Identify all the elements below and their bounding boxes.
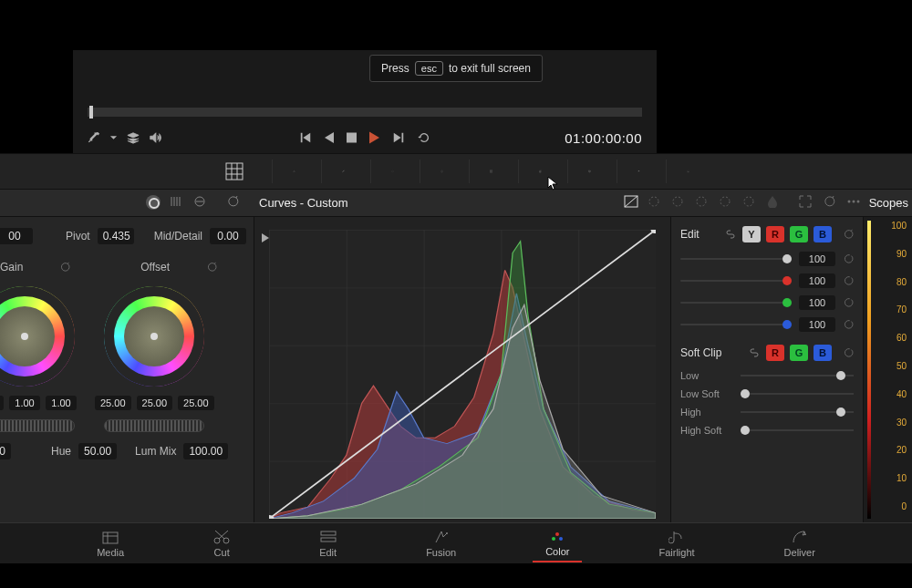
3d-icon[interactable]: 3D: [666, 160, 689, 183]
sat-vs-lum-icon[interactable]: [766, 195, 781, 210]
r-value[interactable]: 100: [799, 273, 835, 288]
stop-icon[interactable]: [347, 131, 357, 144]
reset-r-icon[interactable]: [843, 275, 854, 286]
reset-curves-icon[interactable]: [823, 195, 837, 210]
channel-r-button[interactable]: R: [766, 226, 784, 242]
gain-val-1[interactable]: 1.00: [0, 396, 4, 410]
hue-value[interactable]: 50.00: [78, 443, 117, 459]
sc-channel-r-button[interactable]: R: [766, 345, 784, 361]
y-value[interactable]: 100: [799, 252, 835, 266]
tab-cut[interactable]: Cut: [201, 526, 243, 562]
speaker-icon[interactable]: [149, 131, 161, 144]
lummix-value[interactable]: 100.00: [183, 443, 228, 459]
b-value[interactable]: 100: [799, 317, 835, 332]
offset-jog[interactable]: [104, 419, 204, 432]
layers-icon[interactable]: [127, 131, 140, 144]
svg-point-17: [720, 197, 730, 206]
hue-vs-sat-icon[interactable]: [671, 195, 686, 210]
grid-panel-icon[interactable]: [469, 160, 492, 183]
play-icon[interactable]: [369, 131, 379, 144]
reset-gain-icon[interactable]: [59, 262, 70, 273]
offset-val-3[interactable]: 25.00: [178, 396, 214, 410]
bottom-left-value[interactable]: 50.00: [0, 443, 11, 459]
tab-color[interactable]: Color: [533, 525, 582, 562]
y-slider[interactable]: [680, 258, 792, 260]
sc-lowsoft-slider[interactable]: [741, 393, 854, 395]
curves-panel[interactable]: [254, 217, 671, 522]
tab-media[interactable]: Media: [84, 526, 137, 562]
gain-jog[interactable]: [0, 419, 75, 432]
prev-frame-icon[interactable]: [325, 131, 334, 144]
primaries-panel: 00 Pivot 0.435 Mid/Detail 0.00 Gain Offs…: [0, 217, 254, 522]
offset-color-wheel[interactable]: [104, 286, 204, 387]
lum-vs-sat-icon[interactable]: [719, 195, 733, 210]
color-wheels-icon[interactable]: [223, 160, 246, 183]
curve-custom-icon[interactable]: [624, 195, 638, 210]
tracker-target-icon[interactable]: [420, 160, 443, 183]
reset-offset-icon[interactable]: [206, 262, 217, 273]
timeline-scrubber[interactable]: [88, 108, 642, 117]
eyedropper-icon[interactable]: [88, 131, 100, 144]
primaries-bars-icon[interactable]: [170, 195, 184, 210]
last-frame-icon[interactable]: [392, 131, 405, 144]
offset-val-2[interactable]: 25.00: [137, 396, 173, 410]
timecode[interactable]: 01:00:00:00: [565, 130, 642, 146]
motion-effects-icon[interactable]: [617, 160, 640, 183]
loop-icon[interactable]: [418, 131, 430, 144]
qualifier-eyedropper-icon[interactable]: [321, 160, 345, 183]
scope-tick: 70: [896, 304, 907, 315]
sc-channel-b-button[interactable]: B: [814, 345, 832, 361]
reset-b-icon[interactable]: [843, 319, 854, 330]
r-slider[interactable]: [680, 280, 792, 282]
link-softclip-icon[interactable]: [748, 346, 761, 359]
hue-vs-hue-icon[interactable]: [648, 195, 662, 210]
sc-channel-g-button[interactable]: G: [790, 345, 808, 361]
sat-vs-sat-icon[interactable]: [742, 195, 757, 210]
pivot-label: Pivot: [66, 230, 90, 242]
tab-fusion[interactable]: Fusion: [413, 526, 469, 562]
offset-val-1[interactable]: 25.00: [95, 396, 131, 410]
g-slider[interactable]: [680, 302, 792, 304]
reset-edit-icon[interactable]: [843, 229, 854, 240]
reset-softclip-icon[interactable]: [843, 347, 854, 358]
esc-hint-post: to exit full screen: [449, 62, 531, 75]
more-options-icon[interactable]: [846, 195, 861, 210]
mid-detail-value[interactable]: 0.00: [210, 228, 246, 244]
b-slider[interactable]: [680, 324, 792, 325]
svg-point-4: [441, 171, 442, 172]
primaries-log-icon[interactable]: [193, 195, 208, 210]
reset-y-icon[interactable]: [843, 253, 854, 264]
channel-g-button[interactable]: G: [790, 226, 808, 242]
channel-y-button[interactable]: Y: [742, 226, 761, 242]
curves-graph[interactable]: [269, 230, 656, 519]
reset-icon[interactable]: [226, 195, 241, 210]
sc-highsoft-slider[interactable]: [741, 429, 854, 431]
pivot-value[interactable]: 0.435: [98, 228, 134, 244]
sc-high-slider[interactable]: [741, 411, 854, 413]
key-monitor-icon[interactable]: [567, 160, 591, 183]
svg-point-21: [857, 201, 860, 203]
gain-color-wheel[interactable]: [0, 286, 75, 387]
tab-edit[interactable]: Edit: [306, 526, 349, 562]
tab-fairlight[interactable]: Fairlight: [646, 526, 707, 562]
primaries-wheels-icon[interactable]: [146, 195, 161, 210]
svg-point-14: [649, 197, 658, 206]
color-bars-icon[interactable]: [272, 160, 295, 183]
link-channels-icon[interactable]: [724, 228, 737, 241]
chevron-down-icon[interactable]: [109, 131, 118, 144]
window-ellipse-icon[interactable]: [370, 160, 394, 183]
reset-g-icon[interactable]: [843, 297, 854, 308]
scopes-label[interactable]: Scopes: [869, 196, 908, 210]
sc-low-slider[interactable]: [741, 375, 854, 377]
g-value[interactable]: 100: [799, 295, 835, 310]
hue-vs-lum-icon[interactable]: [695, 195, 710, 210]
tab-deliver[interactable]: Deliver: [772, 526, 828, 562]
curve-play-icon[interactable]: [262, 233, 269, 242]
top-value[interactable]: 00: [0, 228, 33, 244]
first-frame-icon[interactable]: [299, 131, 312, 144]
gain-val-3[interactable]: 1.00: [46, 396, 77, 410]
blur-droplet-icon[interactable]: [518, 160, 542, 183]
channel-b-button[interactable]: B: [814, 226, 832, 242]
expand-icon[interactable]: [799, 195, 814, 210]
gain-val-2[interactable]: 1.00: [9, 396, 40, 410]
